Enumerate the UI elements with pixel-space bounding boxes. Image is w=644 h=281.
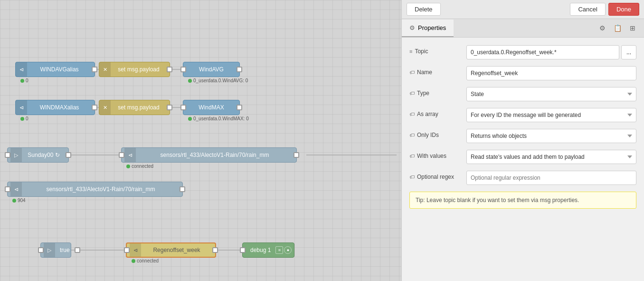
name-input[interactable] [466,66,636,80]
done-button[interactable]: Done [608,3,639,16]
node-label-sunday: Sunday00 ↻ [22,152,66,158]
port-right-regen[interactable] [212,247,218,253]
type-icon: 🏷 [409,90,415,96]
port-left-rain2[interactable] [5,186,10,192]
cancel-button[interactable]: Cancel [570,3,605,16]
as-array-icon: 🏷 [409,111,415,117]
tab-properties-label: Properties [418,24,446,31]
status-dot-regen [132,259,135,263]
tab-properties[interactable]: ⚙ Properties [402,19,454,37]
node-set-msg-2[interactable]: ✕ set msg.payload [99,100,170,115]
node-label-regen: Regenoffset_week [141,247,212,253]
node-windavg-alias[interactable]: ⊲ WINDAVGalias 0 [15,62,95,77]
port-left-rain[interactable] [119,152,124,158]
status-dot-windavg [188,79,192,83]
node-true[interactable]: ▷ true [40,242,71,258]
node-label-windmax-alias: WINDMAXalias [27,104,92,111]
optional-regex-input[interactable] [466,171,636,185]
port-left-sunday[interactable] [5,152,10,158]
node-set-msg-1[interactable]: ✕ set msg.payload [99,62,170,77]
with-values-select[interactable]: Read state's values and add them to payl… [466,150,636,164]
topic-label: ≡ Topic [409,45,462,55]
port-right-windavg[interactable] [237,67,242,72]
tab-icon-book[interactable]: 📋 [610,19,625,37]
node-icon-regen: ⊲ [130,243,141,257]
node-icon-true: ▷ [44,243,55,257]
type-label: 🏷 Type [409,87,462,97]
status-dot-windmax-alias [20,117,24,121]
port-right-windmax[interactable] [237,105,242,110]
port-right-windmax-alias[interactable] [92,105,97,110]
panel-top-bar: Delete Cancel Done [402,0,644,19]
name-label: 🏷 Name [409,66,462,76]
status-windmax: 0_userdata.0.WindMAX: 0 [188,116,249,121]
panel-tab-icon-group: ⚙ 📋 ⊞ [595,19,644,37]
node-windmax-alias[interactable]: ⊲ WINDMAXalias 0 [15,100,95,115]
panel-action-buttons: Cancel Done [570,3,639,16]
properties-panel: Delete Cancel Done ⚙ Properties ⚙ 📋 ⊞ ≡ … [401,0,644,281]
port-right-rain[interactable] [294,152,299,158]
status-rain: connected [126,164,153,169]
port-left-regen[interactable] [124,247,130,253]
port-right-rain2[interactable] [180,186,185,192]
tip-text: Tip: Leave topic blank if you want to se… [416,197,579,203]
node-label-debug: debug 1 [246,247,275,253]
as-array-label: 🏷 As array [409,108,462,117]
only-ids-row: 🏷 Only IDs Returns whole objects [409,129,636,143]
topic-input[interactable] [466,45,619,59]
node-icon-sunday: ▷ [10,148,22,162]
node-icon-windavg-alias: ⊲ [16,62,27,77]
status-regen: connected [132,258,159,263]
topic-row: ≡ Topic ... [409,45,636,59]
node-windavg[interactable]: WindAVG 0_userdata.0.WindAVG: 0 [183,62,240,77]
topic-icon: ≡ [409,48,412,54]
node-sunday00[interactable]: ▷ Sunday00 ↻ [7,147,69,163]
node-windmax[interactable]: WindMAX 0_userdata.0.WindMAX: 0 [183,100,240,115]
node-label-rain2: sensors/rtl_433/AlectoV1-Rain/70/rain_mm [22,186,180,193]
node-label-true: true [55,247,75,253]
with-values-icon: 🏷 [409,153,415,159]
panel-form: ≡ Topic ... 🏷 Name 🏷 Type State [402,38,644,281]
node-icon-windmax-alias: ⊲ [16,100,27,115]
only-ids-label: 🏷 Only IDs [409,129,462,138]
delete-button[interactable]: Delete [407,3,441,16]
name-row: 🏷 Name [409,66,636,80]
port-left-windmax[interactable] [180,105,186,110]
optional-regex-row: 🏷 Optional regex [409,171,636,185]
type-select[interactable]: State [466,87,636,101]
port-right-sunday[interactable] [66,152,71,158]
port-left-windavg[interactable] [180,67,186,72]
only-ids-select[interactable]: Returns whole objects [466,129,636,143]
node-label-windavg: WindAVG [186,66,237,73]
topic-browse-button[interactable]: ... [621,45,636,59]
node-label-set-1: set msg.payload [111,66,167,73]
optional-regex-label: 🏷 Optional regex [409,171,462,180]
port-left-debug[interactable] [240,247,246,253]
node-label-set-2: set msg.payload [111,104,167,111]
gear-icon: ⚙ [409,24,415,31]
port-right-set-1[interactable] [167,67,172,72]
canvas: ⊲ WINDAVGalias 0 ✕ set msg.payload WindA… [0,0,401,281]
node-rain-sensor-2[interactable]: ⊲ sensors/rtl_433/AlectoV1-Rain/70/rain_… [7,182,183,197]
optional-regex-icon: 🏷 [409,174,415,180]
as-array-select[interactable]: For every ID the message will be generat… [466,108,636,122]
node-debug1[interactable]: debug 1 ≡ ● [242,242,294,258]
tab-icon-grid[interactable]: ⊞ [625,19,640,37]
node-regenoffset[interactable]: ⊲ Regenoffset_week connected [126,242,216,258]
node-icon-rain2: ⊲ [10,182,22,196]
connections-svg [0,0,401,281]
status-dot-rain2 [12,199,16,203]
port-right-set-2[interactable] [167,105,172,110]
port-right-windavg-alias[interactable] [92,67,97,72]
panel-tabs: ⚙ Properties ⚙ 📋 ⊞ [402,19,644,38]
port-right-true[interactable] [75,247,80,253]
node-label-windmax: WindMAX [186,104,237,111]
debug-circle-icon: ● [284,246,292,254]
tab-icon-gear[interactable]: ⚙ [595,19,610,37]
topic-input-wrap: ... [466,45,636,59]
with-values-label: 🏷 With values [409,150,462,159]
type-row: 🏷 Type State [409,87,636,101]
node-label-windavg-alias: WINDAVGalias [27,66,92,73]
node-rain-sensor[interactable]: ⊲ sensors/rtl_433/AlectoV1-Rain/70/rain_… [121,147,297,163]
port-left-true[interactable] [38,247,44,253]
